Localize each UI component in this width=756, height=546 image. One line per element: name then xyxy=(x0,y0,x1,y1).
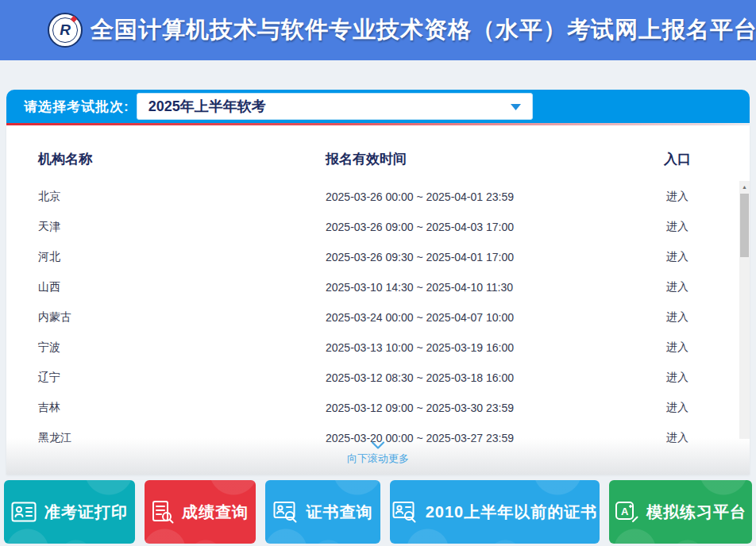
table-header-row: 机构名称 报名有效时间 入口 xyxy=(6,125,750,182)
org-name: 山西 xyxy=(38,280,326,294)
table-row: 辽宁 2025-03-12 08:30 ~ 2025-03-18 16:00 进… xyxy=(6,363,750,393)
pre-2010-certificate-button[interactable]: 2010上半年以前的证书 xyxy=(390,480,600,544)
site-logo-icon: R xyxy=(48,13,83,48)
column-header-org: 机构名称 xyxy=(38,150,326,168)
enter-link[interactable]: 进入 xyxy=(666,401,688,415)
org-name: 辽宁 xyxy=(38,371,326,385)
score-search-icon xyxy=(152,500,174,524)
batch-selector-bar: 请选择考试批次: 2025年上半年软考 xyxy=(6,90,750,123)
registration-table-panel: 机构名称 报名有效时间 入口 北京 2025-03-26 00:00 ~ 202… xyxy=(6,125,750,475)
table-row: 天津 2025-03-26 09:00 ~ 2025-04-03 17:00 进… xyxy=(6,212,750,242)
org-name: 天津 xyxy=(38,220,326,234)
table-row: 吉林 2025-03-12 09:00 ~ 2025-03-30 23:59 进… xyxy=(6,393,750,423)
valid-time: 2025-03-24 00:00 ~ 2025-04-07 10:00 xyxy=(326,311,605,324)
main-content: 请选择考试批次: 2025年上半年软考 机构名称 报名有效时间 入口 北京 20… xyxy=(6,90,750,475)
valid-time: 2025-03-10 14:30 ~ 2025-04-10 11:30 xyxy=(326,281,605,294)
enter-link[interactable]: 进入 xyxy=(666,190,688,204)
table-row: 河北 2025-03-26 09:30 ~ 2025-04-01 17:00 进… xyxy=(6,242,750,272)
org-name: 北京 xyxy=(38,190,326,204)
enter-link[interactable]: 进入 xyxy=(666,280,688,294)
org-name: 内蒙古 xyxy=(38,310,326,325)
button-label: 2010上半年以前的证书 xyxy=(426,502,598,523)
enter-link[interactable]: 进入 xyxy=(666,220,688,234)
scroll-more-area[interactable]: 向下滚动更多 xyxy=(6,438,750,475)
column-header-time: 报名有效时间 xyxy=(326,150,605,168)
certificate-search-icon xyxy=(392,501,418,523)
certificate-query-button[interactable]: 证书查询 xyxy=(265,480,380,544)
footer-toolbar: 准考证打印 成绩查询 证书查询 xyxy=(0,480,756,544)
button-label: 准考证打印 xyxy=(44,502,128,523)
valid-time: 2025-03-26 09:00 ~ 2025-04-03 17:00 xyxy=(326,221,605,233)
batch-select-value: 2025年上半年软考 xyxy=(148,97,511,116)
button-label: 成绩查询 xyxy=(182,502,249,523)
practice-icon: A xyxy=(615,500,638,524)
table-row: 内蒙古 2025-03-24 00:00 ~ 2025-04-07 10:00 … xyxy=(6,302,750,333)
certificate-search-icon xyxy=(273,501,299,523)
scrollbar[interactable]: ▲ xyxy=(739,181,750,439)
valid-time: 2025-03-12 08:30 ~ 2025-03-18 16:00 xyxy=(326,371,605,384)
table-row: 北京 2025-03-26 00:00 ~ 2025-04-01 23:59 进… xyxy=(6,182,750,212)
column-header-entry: 入口 xyxy=(664,150,691,168)
svg-text:A: A xyxy=(621,506,629,517)
button-label: 证书查询 xyxy=(307,502,373,523)
chevron-down-icon xyxy=(371,441,385,449)
enter-link[interactable]: 进入 xyxy=(666,340,688,355)
admission-card-icon xyxy=(11,502,37,522)
page-title: 全国计算机技术与软件专业技术资格（水平）考试网上报名平台 xyxy=(91,14,756,46)
valid-time: 2025-03-13 10:00 ~ 2025-03-19 16:00 xyxy=(326,341,605,354)
batch-selector-label: 请选择考试批次: xyxy=(24,98,129,116)
valid-time: 2025-03-26 00:00 ~ 2025-04-01 23:59 xyxy=(326,190,605,203)
app-header: R 全国计算机技术与软件专业技术资格（水平）考试网上报名平台 xyxy=(0,0,756,60)
org-name: 宁波 xyxy=(38,340,326,355)
batch-select-dropdown[interactable]: 2025年上半年软考 xyxy=(137,93,533,120)
scrollbar-up-arrow-icon[interactable]: ▲ xyxy=(739,181,750,193)
table-rows: 北京 2025-03-26 00:00 ~ 2025-04-01 23:59 进… xyxy=(6,182,750,443)
practice-platform-button[interactable]: A 模拟练习平台 xyxy=(609,480,752,544)
valid-time: 2025-03-26 09:30 ~ 2025-04-01 17:00 xyxy=(326,251,605,263)
enter-link[interactable]: 进入 xyxy=(666,371,688,385)
scrollbar-thumb[interactable] xyxy=(740,194,749,257)
chevron-down-icon xyxy=(511,103,521,110)
score-query-button[interactable]: 成绩查询 xyxy=(145,480,256,544)
org-name: 河北 xyxy=(38,250,326,264)
valid-time: 2025-03-12 09:00 ~ 2025-03-30 23:59 xyxy=(326,402,605,414)
enter-link[interactable]: 进入 xyxy=(666,310,688,325)
button-label: 模拟练习平台 xyxy=(646,502,746,523)
table-row: 宁波 2025-03-13 10:00 ~ 2025-03-19 16:00 进… xyxy=(6,333,750,363)
table-row: 山西 2025-03-10 14:30 ~ 2025-04-10 11:30 进… xyxy=(6,272,750,302)
org-name: 吉林 xyxy=(38,401,326,415)
enter-link[interactable]: 进入 xyxy=(666,250,688,264)
scroll-more-label: 向下滚动更多 xyxy=(347,452,409,466)
admission-ticket-print-button[interactable]: 准考证打印 xyxy=(4,480,135,544)
